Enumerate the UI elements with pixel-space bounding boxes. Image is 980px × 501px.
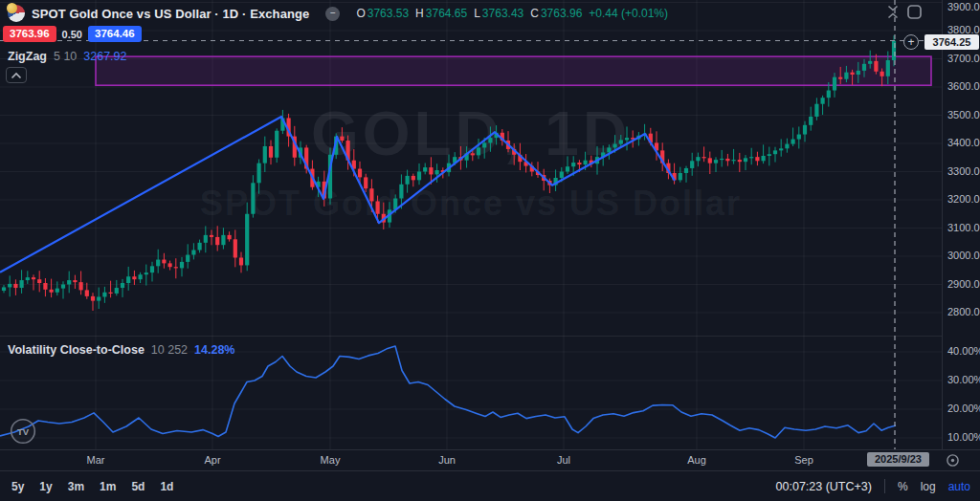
range-1d-button[interactable]: 1d	[160, 480, 173, 493]
candle-body	[838, 77, 842, 79]
candle-body	[126, 276, 130, 283]
candle-body	[234, 239, 237, 257]
candle-body	[471, 153, 475, 155]
candle-body	[785, 144, 789, 149]
candle-body	[13, 284, 17, 288]
toolbar-divider	[884, 479, 885, 493]
bottom-toolbar: 5y 1y 3m 1m 5d 1d 00:07:23 (UTC+3) % log…	[0, 470, 980, 501]
high-value: 3764.65	[426, 7, 467, 20]
pane-controls	[886, 4, 923, 20]
price-axis[interactable]: 3900.003800.003700.003600.003500.003400.…	[942, 0, 980, 449]
candle-body	[85, 290, 89, 295]
candle-body	[210, 235, 213, 237]
candle-body	[880, 72, 884, 76]
range-5y-button[interactable]: 5y	[11, 480, 24, 493]
tradingview-logo[interactable]: TV	[10, 418, 36, 445]
candle-body	[139, 274, 143, 279]
bid-ask-row: 3763.96 0.50 3764.46	[3, 26, 142, 42]
candle-body	[725, 159, 729, 161]
add-alert-plus-icon[interactable]: +	[903, 34, 919, 50]
candle-body	[429, 167, 433, 174]
log-scale-button[interactable]: log	[921, 480, 936, 493]
collapse-indicators-button[interactable]	[6, 67, 27, 83]
candle-body	[607, 147, 611, 152]
buy-ask-button[interactable]: 3764.46	[88, 26, 142, 42]
candle-body	[797, 135, 801, 140]
range-5d-button[interactable]: 5d	[131, 480, 145, 493]
time-axis-label: Aug	[687, 454, 706, 466]
maximize-pane-icon[interactable]	[906, 4, 923, 20]
time-axis-label: Jun	[438, 454, 456, 466]
chart-plot-area[interactable]	[0, 0, 942, 449]
candle-body	[358, 169, 362, 178]
time-axis-label: Apr	[204, 454, 220, 466]
symbol-icon	[8, 5, 25, 22]
candle-body	[417, 172, 421, 181]
candle-body	[121, 283, 124, 288]
candle-body	[340, 137, 344, 141]
candle-body	[79, 282, 83, 290]
zigzag-channel-box	[96, 56, 931, 85]
candle-body	[571, 163, 575, 166]
volatility-indicator-row[interactable]: Volatility Close-to-Close 10 252 14.28%	[8, 343, 234, 357]
price-axis-label: 3900.00	[947, 1, 980, 12]
collapse-pane-icon[interactable]	[886, 4, 900, 20]
candle-body	[482, 142, 486, 147]
candle-body	[791, 140, 795, 144]
symbol-title[interactable]: SPOT Gold Once vs US Dollar · 1D · Excha…	[32, 7, 309, 21]
candle-body	[50, 290, 54, 293]
candle-body	[584, 161, 588, 164]
candle-body	[744, 158, 747, 162]
time-axis-label: Jul	[557, 454, 570, 466]
price-axis-label: 3200.00	[947, 193, 980, 205]
percent-axis-label: 30.00%	[947, 374, 980, 385]
candle-body	[228, 235, 232, 239]
candle-body	[132, 276, 136, 279]
candle-body	[732, 160, 736, 161]
candle-body	[251, 183, 255, 213]
candle-body	[560, 172, 564, 178]
range-1m-button[interactable]: 1m	[100, 480, 116, 493]
time-axis[interactable]: 2025/9/23 MarAprMayJunJulAugSep	[0, 449, 980, 470]
zigzag-indicator-row[interactable]: ZigZag 5 10 3267.92	[8, 50, 127, 63]
close-value: 3763.96	[541, 7, 582, 20]
candle-body	[162, 260, 166, 264]
range-3m-button[interactable]: 3m	[68, 480, 84, 493]
candle-body	[97, 296, 100, 300]
percent-axis-label: 20.00%	[947, 403, 980, 414]
candle-body	[833, 77, 836, 91]
candle-body	[749, 157, 753, 158]
candle-body	[827, 91, 831, 98]
range-1y-button[interactable]: 1y	[39, 480, 52, 493]
price-axis-label: 3100.00	[947, 222, 980, 233]
price-axis-label: 3500.00	[947, 109, 980, 120]
candle-body	[851, 73, 855, 75]
clock-label[interactable]: 00:07:23 (UTC+3)	[776, 480, 872, 493]
candle-body	[115, 288, 119, 294]
candle-body	[67, 280, 71, 284]
percent-axis-label: 10.00%	[947, 431, 980, 443]
percent-scale-button[interactable]: %	[898, 480, 908, 493]
candle-body	[91, 296, 95, 301]
candle-body	[257, 163, 261, 184]
candle-body	[376, 201, 380, 213]
candle-body	[145, 272, 148, 274]
candle-body	[275, 131, 278, 158]
candle-body	[204, 235, 208, 243]
price-axis-label: 2800.00	[947, 306, 980, 317]
candle-body	[844, 73, 848, 79]
scroll-to-realtime-icon[interactable]	[946, 453, 960, 468]
zigzag-value: 3267.92	[83, 50, 126, 63]
auto-scale-button[interactable]: auto	[948, 480, 970, 493]
candle-body	[73, 280, 77, 282]
hide-symbol-icon[interactable]: −	[325, 7, 340, 21]
high-label: H	[415, 7, 424, 20]
sell-bid-button[interactable]: 3763.96	[3, 26, 56, 42]
candle-body	[26, 277, 30, 280]
candle-body	[738, 160, 742, 162]
candle-body	[690, 161, 694, 168]
candle-body	[156, 260, 160, 267]
candle-body	[773, 150, 777, 154]
time-axis-label: Mar	[87, 454, 105, 466]
time-axis-label: Sep	[794, 454, 813, 466]
